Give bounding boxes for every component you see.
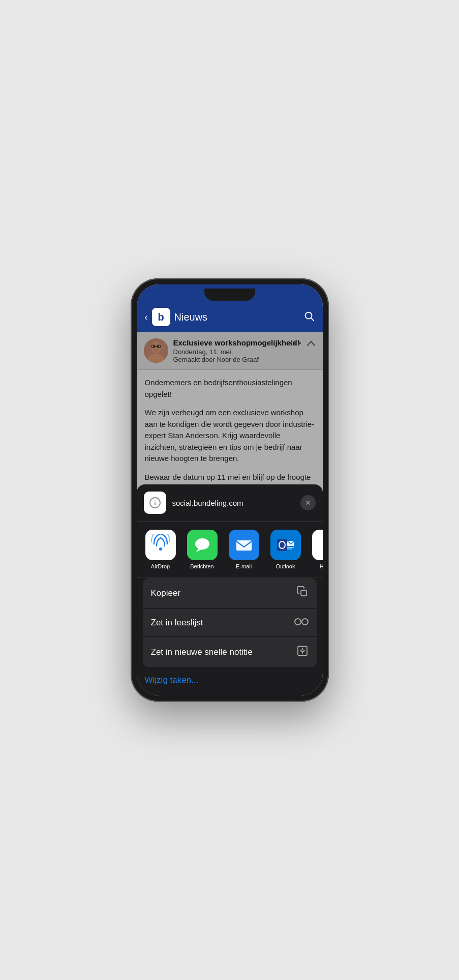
airdrop-icon	[145, 530, 176, 560]
content-area: Exclusieve workshopmogelijkheid! Donderd…	[137, 332, 323, 696]
notch-bar	[137, 284, 323, 303]
airdrop-label: AirDrop	[151, 563, 170, 569]
url-icon	[144, 492, 166, 514]
outlook-label: Outlook	[276, 563, 295, 569]
notch	[204, 289, 255, 301]
herinneringen-label: Heri...	[320, 563, 323, 569]
share-url-text: social.bundeling.com	[172, 499, 294, 507]
note-icon	[296, 645, 309, 659]
svg-point-15	[159, 547, 162, 551]
svg-rect-26	[287, 549, 292, 550]
svg-point-29	[302, 619, 308, 625]
share-apps-row: AirDrop Berichten	[137, 522, 323, 578]
phone-screen: ‹ b Nieuws	[137, 284, 323, 696]
svg-rect-33	[298, 646, 307, 655]
share-app-berichten[interactable]: Berichten	[183, 530, 221, 569]
svg-line-1	[311, 318, 314, 321]
svg-rect-25	[287, 547, 294, 548]
svg-rect-27	[301, 590, 307, 596]
svg-line-32	[308, 620, 308, 622]
berichten-label: Berichten	[190, 563, 213, 569]
svg-point-28	[295, 619, 301, 625]
share-app-herinneringen[interactable]: Heri...	[309, 530, 323, 569]
leeslijst-action[interactable]: Zet in leeslijst	[143, 609, 317, 636]
app-header: ‹ b Nieuws	[137, 303, 323, 332]
svg-rect-20	[236, 540, 252, 551]
outlook-icon	[270, 530, 301, 560]
email-label: E-mail	[236, 563, 252, 569]
svg-line-31	[295, 620, 295, 622]
leeslijst-label: Zet in leeslijst	[151, 618, 203, 628]
share-actions: Kopieer Zet in leeslijst	[137, 578, 323, 669]
close-button[interactable]: ✕	[300, 495, 316, 510]
back-arrow[interactable]: ‹	[145, 312, 148, 323]
share-sheet-overlay: social.bundeling.com ✕	[137, 332, 323, 696]
search-icon[interactable]	[303, 310, 315, 324]
notitie-action[interactable]: Zet in nieuwe snelle notitie	[143, 637, 317, 667]
share-sheet: social.bundeling.com ✕	[137, 484, 323, 696]
kopieer-action[interactable]: Kopieer	[143, 578, 317, 608]
glasses-icon	[294, 617, 309, 628]
share-app-outlook[interactable]: Outlook	[267, 530, 304, 569]
page-title: Nieuws	[174, 311, 208, 323]
share-url-row: social.bundeling.com ✕	[137, 484, 323, 522]
svg-rect-14	[149, 534, 172, 556]
header-left: ‹ b Nieuws	[145, 308, 208, 326]
kopieer-label: Kopieer	[151, 588, 181, 598]
share-app-email[interactable]: E-mail	[225, 530, 263, 569]
wijzig-taken-button[interactable]: Wijzig taken...	[137, 669, 323, 691]
phone-frame: ‹ b Nieuws	[131, 278, 329, 702]
svg-point-17	[195, 538, 209, 550]
messages-icon	[187, 530, 218, 560]
reminders-icon	[312, 530, 323, 560]
email-icon	[229, 530, 259, 560]
copy-icon	[296, 586, 309, 600]
share-app-airdrop[interactable]: AirDrop	[142, 530, 179, 569]
notitie-label: Zet in nieuwe snelle notitie	[151, 647, 253, 657]
app-logo: b	[152, 308, 170, 326]
